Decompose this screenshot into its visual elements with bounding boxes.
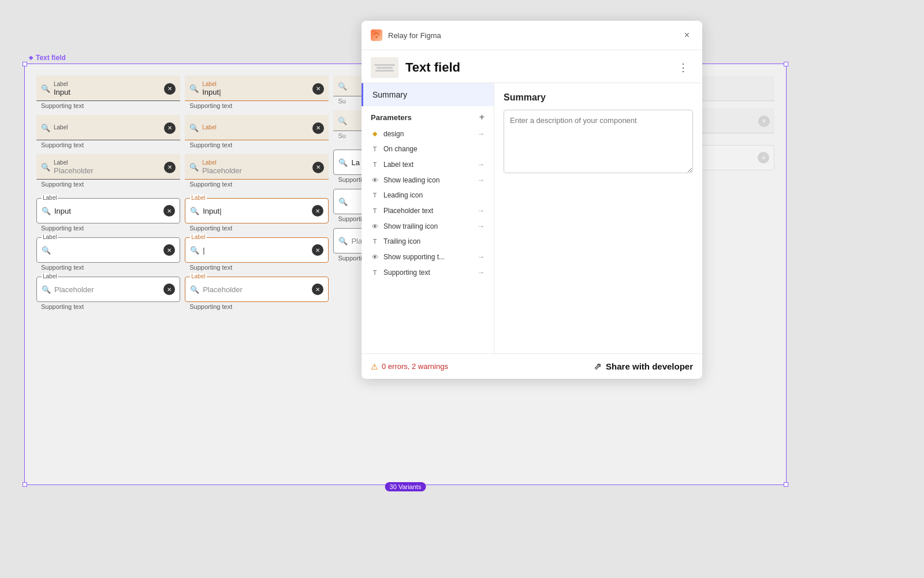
corner-handle-bl[interactable] xyxy=(23,482,27,487)
text-field-filled-focused[interactable]: 🔍 Label ✕ xyxy=(185,115,329,140)
input-text: | xyxy=(203,246,308,255)
text-field-filled[interactable]: 🔍 Label ✕ xyxy=(36,115,180,140)
clear-button: ✕ xyxy=(758,115,770,127)
clear-button: ✕ xyxy=(758,152,769,163)
eye-icon: 👁 xyxy=(371,253,379,261)
clear-button[interactable]: ✕ xyxy=(164,162,176,173)
param-item-placeholder-text[interactable]: T Placeholder text → xyxy=(362,203,494,218)
search-icon: 🔍 xyxy=(41,163,50,171)
clear-button[interactable]: ✕ xyxy=(164,122,176,134)
component-name: Text field xyxy=(405,60,460,75)
param-left: T Placeholder text xyxy=(371,207,433,215)
search-icon: 🔍 xyxy=(41,84,50,93)
more-options-button[interactable]: ⋮ xyxy=(673,60,693,75)
clear-button[interactable]: ✕ xyxy=(312,122,324,134)
search-icon: 🔍 xyxy=(42,207,51,215)
panel-footer: ⚠ 0 errors, 2 warnings ⇗ Share with deve… xyxy=(362,353,702,379)
panel-body: Summary Parameters + ◆ design → T xyxy=(362,83,702,353)
thumb-line-3 xyxy=(375,70,394,72)
param-item-show-leading-icon[interactable]: 👁 Show leading icon → xyxy=(362,172,494,188)
thumb-line-1 xyxy=(374,64,395,66)
corner-handle-tr[interactable] xyxy=(784,62,788,66)
search-icon: 🔍 xyxy=(338,197,348,206)
text-field-outlined[interactable]: Label 🔍 Placeholder ✕ xyxy=(36,277,180,302)
param-left: T On change xyxy=(371,145,418,153)
param-item-leading-icon[interactable]: T Leading icon xyxy=(362,188,494,203)
search-icon: 🔍 xyxy=(42,285,51,294)
panel-header: Relay for Figma × xyxy=(362,21,702,50)
text-field-filled-focused[interactable]: 🔍 Label Input| ✕ xyxy=(185,76,329,101)
variants-badge: 30 Variants xyxy=(385,482,426,491)
param-item-trailing-icon[interactable]: T Trailing icon xyxy=(362,234,494,249)
variant-item: 🔍 Label Input ✕ Supporting text xyxy=(36,76,180,110)
clear-button[interactable]: ✕ xyxy=(312,244,323,256)
supporting-text: Supporting text xyxy=(185,263,329,272)
clear-button[interactable]: ✕ xyxy=(163,284,175,295)
add-parameter-button[interactable]: + xyxy=(479,112,485,122)
param-item-show-supporting-text[interactable]: 👁 Show supporting t... → xyxy=(362,249,494,264)
variant-item: 🔍 Label Placeholder ✕ Supporting text xyxy=(185,154,329,189)
sidebar-summary-tab[interactable]: Summary xyxy=(362,83,494,106)
error-warning-area: ⚠ 0 errors, 2 warnings xyxy=(371,362,448,371)
param-left: ◆ design xyxy=(371,130,404,138)
clear-button[interactable]: ✕ xyxy=(312,205,323,217)
text-field-filled[interactable]: 🔍 Label Placeholder ✕ xyxy=(36,154,180,180)
variant-item: 🔍 Label Placeholder ✕ Supporting text xyxy=(36,154,180,189)
eye-icon: 👁 xyxy=(371,222,379,230)
param-left: 👁 Show supporting t... xyxy=(371,253,445,261)
label-text: Label xyxy=(54,81,161,87)
search-icon: 🔍 xyxy=(338,158,348,167)
param-item-design[interactable]: ◆ design → xyxy=(362,126,494,141)
sidebar-parameters-header: Parameters + xyxy=(362,106,494,126)
corner-handle-tl[interactable] xyxy=(23,62,27,66)
text-type-icon: T xyxy=(371,269,379,277)
supporting-text: Supporting text xyxy=(185,180,329,189)
param-arrow: → xyxy=(477,222,485,230)
placeholder-text: Placeholder xyxy=(54,285,160,294)
text-field-outlined[interactable]: Label 🔍 Input ✕ xyxy=(36,198,180,223)
variant-item: Label 🔍 Input| ✕ Supporting text xyxy=(185,198,329,233)
clear-button[interactable]: ✕ xyxy=(163,244,175,256)
description-textarea[interactable] xyxy=(504,110,693,173)
text-field-outlined[interactable]: Label 🔍 ✕ xyxy=(36,237,180,263)
text-field-filled[interactable]: 🔍 Label Input ✕ xyxy=(36,76,180,101)
supporting-text: Supporting text xyxy=(36,101,180,110)
variant-col-2: 🔍 Label Input| ✕ Supporting text 🔍 xyxy=(182,73,331,318)
search-icon: 🔍 xyxy=(42,246,51,255)
text-field-filled-focused[interactable]: 🔍 Label Placeholder ✕ xyxy=(185,154,329,180)
clear-button[interactable]: ✕ xyxy=(312,284,323,295)
search-icon: 🔍 xyxy=(190,285,199,294)
clear-button[interactable]: ✕ xyxy=(312,83,324,95)
param-name: Supporting text xyxy=(383,269,430,277)
param-item-show-trailing-icon[interactable]: 👁 Show trailing icon → xyxy=(362,218,494,234)
share-with-developer-button[interactable]: ⇗ Share with developer xyxy=(594,361,693,372)
param-item-on-change[interactable]: T On change xyxy=(362,141,494,156)
supporting-text: Supporting text xyxy=(36,140,180,150)
label-text: Label xyxy=(42,195,58,201)
corner-handle-br[interactable] xyxy=(784,482,788,487)
param-item-label-text[interactable]: T Label text → xyxy=(362,156,494,172)
clear-button[interactable]: ✕ xyxy=(164,83,176,95)
input-text: Input xyxy=(54,207,160,215)
input-text: Input| xyxy=(203,207,308,215)
search-icon: 🔍 xyxy=(189,163,199,171)
param-item-supporting-text[interactable]: T Supporting text → xyxy=(362,264,494,280)
param-name: Leading icon xyxy=(383,191,423,199)
search-icon: 🔍 xyxy=(189,84,199,93)
text-field-outlined-focused[interactable]: Label 🔍 | ✕ xyxy=(185,237,329,263)
share-label: Share with developer xyxy=(606,361,693,371)
text-field-outlined-focused[interactable]: Label 🔍 Input| ✕ xyxy=(185,198,329,223)
panel-close-button[interactable]: × xyxy=(681,29,693,42)
clear-button[interactable]: ✕ xyxy=(163,205,175,217)
eye-icon: 👁 xyxy=(371,176,379,184)
text-type-icon: T xyxy=(371,145,379,153)
placeholder-text: Placeholder xyxy=(202,166,309,175)
thumb-line-2 xyxy=(377,67,393,69)
search-icon: 🔍 xyxy=(41,124,50,132)
param-arrow: → xyxy=(477,252,485,261)
param-left: 👁 Show leading icon xyxy=(371,176,439,184)
errors-text: 0 errors, 2 warnings xyxy=(382,362,448,371)
clear-button[interactable]: ✕ xyxy=(312,162,324,173)
supporting-text: Supporting text xyxy=(185,140,329,150)
text-field-outlined-focused[interactable]: Label 🔍 Placeholder ✕ xyxy=(185,277,329,302)
